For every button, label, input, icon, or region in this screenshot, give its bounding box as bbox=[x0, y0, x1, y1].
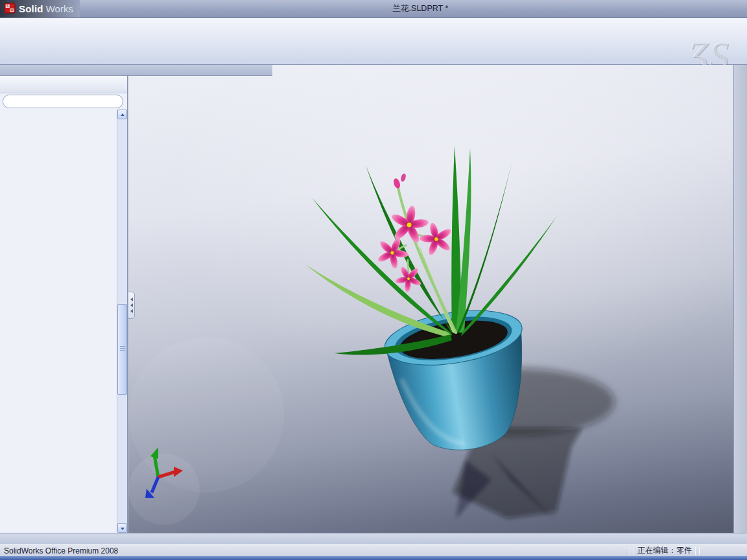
graphics-viewport[interactable] bbox=[128, 65, 733, 533]
title-bar: SW SolidWorks 兰花.SLDPRT * bbox=[0, 0, 747, 18]
feature-tree bbox=[0, 110, 117, 533]
solidworks-cube-icon: SW bbox=[4, 2, 16, 16]
tree-scrollbar[interactable] bbox=[117, 110, 127, 533]
scroll-down-button[interactable] bbox=[117, 523, 127, 533]
solidworks-window: SW SolidWorks 兰花.SLDPRT * ƷS bbox=[0, 0, 747, 560]
svg-text:S: S bbox=[6, 4, 9, 8]
logo-text-works: Works bbox=[46, 3, 73, 14]
scroll-thumb[interactable] bbox=[117, 304, 127, 395]
flower-bud bbox=[392, 178, 401, 189]
status-editing: 正在编辑：零件 bbox=[637, 545, 692, 556]
window-bottom-edge bbox=[0, 556, 747, 560]
status-bar: SolidWorks Office Premium 2008 正在编辑：零件 bbox=[0, 544, 747, 560]
orchid-flowers bbox=[372, 202, 457, 296]
main-area bbox=[0, 65, 747, 533]
scroll-up-button[interactable] bbox=[117, 110, 127, 119]
panel-splitter[interactable] bbox=[128, 292, 135, 319]
solidworks-logo: SW SolidWorks bbox=[0, 0, 80, 18]
task-pane-strip bbox=[733, 65, 747, 533]
logo-text-solid: Solid bbox=[19, 3, 43, 14]
filter-input[interactable] bbox=[10, 98, 119, 106]
panel-tabs bbox=[0, 76, 127, 93]
svg-text:W: W bbox=[10, 8, 14, 12]
document-title: 兰花.SLDPRT * bbox=[101, 3, 741, 14]
status-product: SolidWorks Office Premium 2008 bbox=[4, 546, 630, 555]
bottom-tab-bar bbox=[0, 533, 747, 544]
feature-filter bbox=[3, 95, 123, 108]
feature-manager-panel bbox=[0, 76, 128, 533]
reference-triad bbox=[137, 445, 183, 499]
orchid-model bbox=[128, 65, 733, 533]
command-manager-tabs bbox=[0, 65, 272, 76]
flower-bud bbox=[400, 173, 407, 182]
command-manager-toolbar: ƷS bbox=[0, 18, 747, 65]
